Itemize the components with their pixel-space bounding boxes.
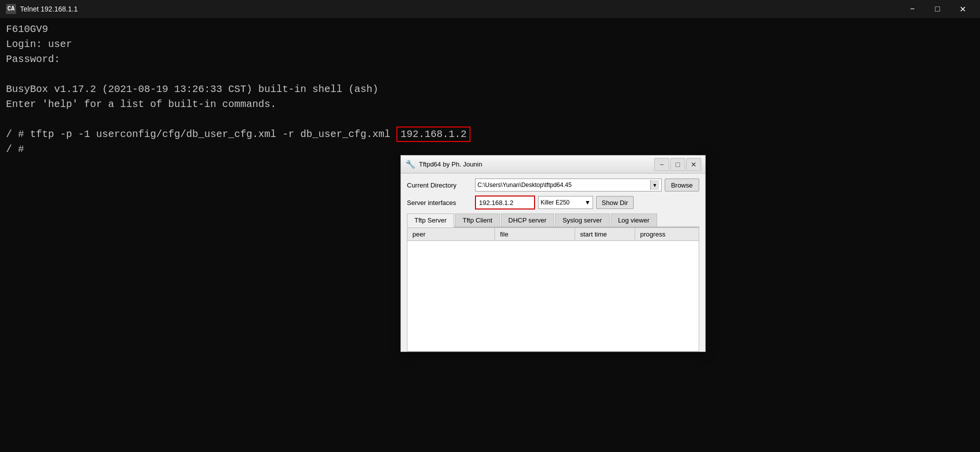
tab-dhcp-server[interactable]: DHCP server — [501, 214, 554, 226]
tab-tftp-client[interactable]: Tftp Client — [455, 214, 500, 226]
interface-dropdown-arrow[interactable]: ▼ — [585, 199, 591, 206]
current-directory-row: Current Directory C:\Users\Yunan\Desktop… — [407, 178, 699, 192]
terminal-line-1: F610GV9 — [6, 24, 48, 35]
telnet-window-controls: − □ ✕ — [901, 1, 974, 17]
table-body — [407, 241, 699, 351]
tftpd-body: Current Directory C:\Users\Yunan\Desktop… — [401, 174, 705, 352]
telnet-titlebar: CA Telnet 192.168.1.1 − □ ✕ — [0, 0, 980, 18]
terminal-line-3: Password: — [6, 54, 60, 65]
telnet-maximize-button[interactable]: □ — [926, 1, 949, 17]
current-directory-label: Current Directory — [407, 182, 472, 189]
tftpd-app-icon: 🔧 — [405, 159, 416, 170]
telnet-minimize-button[interactable]: − — [901, 1, 924, 17]
terminal-line-2: Login: user — [6, 38, 72, 50]
telnet-close-button[interactable]: ✕ — [951, 1, 974, 17]
tftpd-close-button[interactable]: ✕ — [686, 158, 701, 171]
terminal-line-9: / # — [6, 144, 24, 155]
col-header-peer: peer — [407, 228, 495, 240]
tftpd-tabs: Tftp Server Tftp Client DHCP server Sysl… — [407, 214, 699, 228]
telnet-app-icon: CA — [6, 4, 16, 14]
table-header-row: peer file start time progress — [407, 228, 699, 241]
tftpd-window-controls: − □ ✕ — [654, 158, 701, 171]
col-header-start-time: start time — [575, 228, 635, 240]
tab-tftp-server[interactable]: Tftp Server — [407, 214, 454, 228]
tftpd-titlebar: 🔧 Tftpd64 by Ph. Jounin − □ ✕ — [401, 156, 705, 174]
col-header-file: file — [495, 228, 575, 240]
telnet-title: Telnet 192.168.1.1 — [20, 5, 901, 13]
current-directory-input[interactable]: C:\Users\Yunan\Desktop\tftpd64.45 ▼ — [475, 178, 662, 192]
tab-log-viewer[interactable]: Log viewer — [611, 214, 657, 226]
highlighted-ip: 192.168.1.2 — [396, 126, 470, 142]
browse-button[interactable]: Browse — [665, 178, 699, 192]
server-ip-input[interactable] — [475, 196, 535, 210]
col-header-progress: progress — [635, 228, 699, 240]
server-interfaces-label: Server interfaces — [407, 199, 472, 206]
interface-name: Killer E250 — [541, 199, 570, 206]
directory-dropdown-arrow[interactable]: ▼ — [650, 180, 659, 190]
terminal-line-5: BusyBox v1.17.2 (2021-08-19 13:26:33 CST… — [6, 84, 378, 95]
show-dir-button[interactable]: Show Dir — [596, 196, 634, 209]
interface-dropdown[interactable]: Killer E250 ▼ — [538, 196, 593, 209]
terminal-line-8: / # tftp -p -1 userconfig/cfg/db_user_cf… — [6, 128, 396, 140]
tftpd-minimize-button[interactable]: − — [654, 158, 669, 171]
terminal-line-6: Enter 'help' for a list of built-in comm… — [6, 98, 276, 110]
tftpd-title: Tftpd64 by Ph. Jounin — [419, 160, 654, 168]
tftp-server-table: peer file start time progress — [407, 228, 699, 352]
tftpd-window: 🔧 Tftpd64 by Ph. Jounin − □ ✕ Current Di… — [400, 155, 706, 352]
tftpd-maximize-button[interactable]: □ — [670, 158, 685, 171]
server-interfaces-row: Server interfaces Killer E250 ▼ Show Dir — [407, 196, 699, 210]
tab-syslog-server[interactable]: Syslog server — [555, 214, 610, 226]
current-directory-value: C:\Users\Yunan\Desktop\tftpd64.45 — [477, 182, 650, 188]
